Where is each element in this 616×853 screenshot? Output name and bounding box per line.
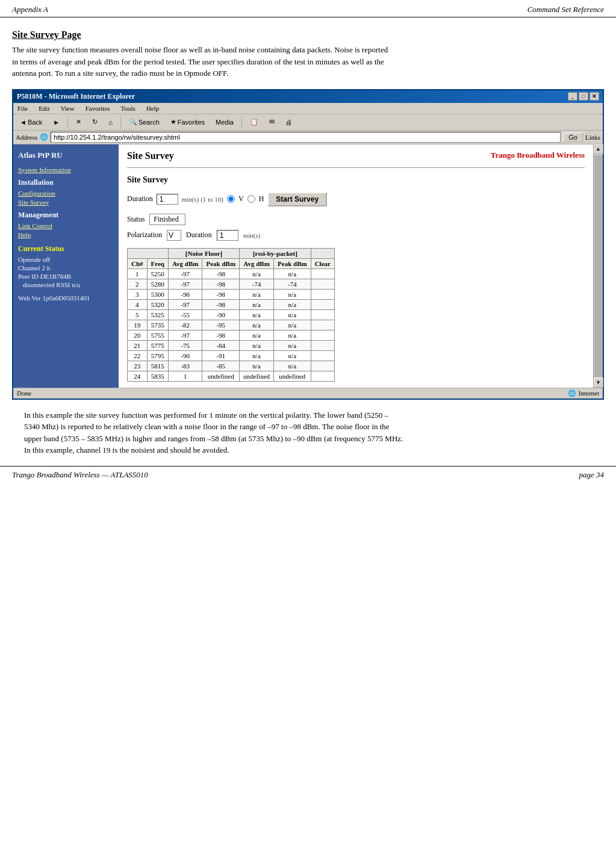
scrollbar[interactable]: ▲ ▼	[593, 144, 603, 388]
maximize-button[interactable]: □	[579, 92, 588, 101]
scroll-down-arrow[interactable]: ▼	[594, 378, 603, 388]
sub-panel-title: Site Survey	[127, 175, 585, 185]
cell-rssi-avg: n/a	[240, 309, 274, 320]
desc-line3: antenna port. To run a site survey, the …	[12, 69, 228, 78]
cell-freq: 5835	[147, 371, 168, 381]
radio-v[interactable]	[227, 195, 235, 203]
menu-edit[interactable]: Edit	[37, 104, 51, 113]
table-row: 23 5815 -83 -85 n/a n/a	[128, 361, 335, 371]
close-button[interactable]: ✕	[590, 92, 599, 101]
pol-label: Polarization	[127, 231, 162, 240]
menu-view[interactable]: View	[58, 104, 76, 113]
duration-input[interactable]	[157, 194, 178, 205]
browser-title: P5010M - Microsoft Internet Explorer	[17, 92, 135, 101]
menu-file[interactable]: File	[16, 104, 30, 113]
cell-peak-dbm: -98	[202, 289, 240, 299]
cell-rssi-avg: -74	[240, 279, 274, 289]
titlebar-buttons: _ □ ✕	[568, 92, 599, 101]
duration-hint: min(s) (1 to 10)	[182, 196, 223, 203]
sidebar-title: Atlas PtP RU	[18, 150, 114, 160]
menu-tools[interactable]: Tools	[119, 104, 137, 113]
page-icon: 🌐	[40, 133, 48, 141]
address-input[interactable]	[51, 132, 561, 143]
cell-freq: 5775	[147, 340, 168, 350]
cell-freq: 5815	[147, 361, 168, 371]
cell-clear	[311, 309, 334, 320]
cell-avg-dbm: -75	[168, 340, 202, 350]
col-clear: Clear	[311, 258, 334, 268]
col-avg-dbm: Avg dBm	[168, 258, 202, 268]
cell-ch: 22	[128, 350, 148, 361]
cell-rssi-peak: n/a	[274, 320, 311, 330]
media-button[interactable]: Media	[211, 117, 238, 128]
mail-button[interactable]: ✉	[265, 116, 279, 128]
search-button[interactable]: 🔍 Search	[125, 116, 164, 128]
back-button[interactable]: ◄ Back	[16, 117, 46, 128]
survey-table-container: [Noise Floor] [rssi-by-packet] Ch# Freq …	[127, 248, 585, 382]
pol-input[interactable]	[167, 230, 181, 241]
dur2-label: Duration	[186, 231, 212, 240]
cell-clear	[311, 340, 334, 350]
forward-button[interactable]: ►	[49, 117, 64, 128]
sidebar-site-survey-link[interactable]: Site Survey	[18, 199, 114, 206]
cell-peak-dbm: -85	[202, 361, 240, 371]
print-button[interactable]: 🖨	[281, 117, 296, 128]
sidebar-installation-section: Installation Configuration Site Survey	[18, 178, 114, 206]
cell-avg-dbm: -82	[168, 320, 202, 330]
stop-button[interactable]: ✕	[72, 116, 86, 128]
links-label: Links	[585, 134, 600, 141]
favorites-button[interactable]: ★ Favorites	[166, 116, 209, 128]
cell-rssi-peak: n/a	[274, 350, 311, 361]
col-peak-dbm: Peak dBm	[202, 258, 240, 268]
cell-rssi-peak: n/a	[274, 268, 311, 279]
sidebar-current-status-title: Current Status	[18, 244, 114, 253]
sidebar-disconnected: disonnected RSSI n/a	[23, 281, 114, 288]
home-button[interactable]: ⌂	[104, 117, 117, 128]
cell-avg-dbm: -97	[168, 299, 202, 309]
cell-peak-dbm: -98	[202, 279, 240, 289]
start-survey-button[interactable]: Start Survey	[267, 192, 327, 206]
cell-peak-dbm: -91	[202, 350, 240, 361]
menu-help[interactable]: Help	[145, 104, 161, 113]
cell-clear	[311, 279, 334, 289]
sidebar: Atlas PtP RU System Information Installa…	[13, 144, 119, 388]
empty-header	[128, 248, 169, 258]
sidebar-channel: Channel 2 h	[18, 264, 114, 271]
cell-freq: 5320	[147, 299, 168, 309]
cell-ch: 20	[128, 330, 148, 340]
cell-ch: 2	[128, 279, 148, 289]
desc-line1: The site survey function measures overal…	[12, 45, 388, 54]
scroll-thumb[interactable]	[594, 155, 603, 377]
sidebar-configuration-link[interactable]: Configuration	[18, 190, 114, 197]
body-line4: In this example, channel 19 is the noisi…	[24, 445, 229, 454]
browser-statusbar: Done 🌐 Internet	[13, 388, 603, 399]
cell-avg-dbm: -55	[168, 309, 202, 320]
panel-divider	[127, 167, 585, 168]
cell-freq: 5735	[147, 320, 168, 330]
minimize-button[interactable]: _	[568, 92, 577, 101]
cell-freq: 5755	[147, 330, 168, 340]
section-title: Site Survey Page	[12, 29, 604, 40]
cell-ch: 21	[128, 340, 148, 350]
sidebar-status-section: Current Status Opmode off Channel 2 h Pe…	[18, 244, 114, 302]
history-button[interactable]: 📋	[246, 116, 263, 128]
sidebar-link-control[interactable]: Link Control	[18, 222, 114, 229]
radio-h[interactable]	[247, 195, 255, 203]
browser-window: P5010M - Microsoft Internet Explorer _ □…	[12, 89, 604, 400]
dur2-input[interactable]	[217, 230, 238, 241]
sidebar-help-link[interactable]: Help	[18, 231, 114, 238]
rssi-header: [rssi-by-packet]	[240, 248, 311, 258]
sidebar-system-info[interactable]: System Information	[18, 166, 114, 173]
browser-toolbar: ◄ Back ► ✕ ↻ ⌂ 🔍 Search ★ Favorites Medi…	[13, 114, 603, 131]
cell-ch: 4	[128, 299, 148, 309]
cell-rssi-peak: n/a	[274, 309, 311, 320]
main-content: Site Survey Page The site survey functio…	[0, 17, 616, 456]
cell-ch: 23	[128, 361, 148, 371]
menu-favorites[interactable]: Favorites	[84, 104, 112, 113]
cell-rssi-peak: n/a	[274, 361, 311, 371]
body-line1: In this example the site survey function…	[24, 411, 388, 420]
status-row: Status Finished	[127, 214, 585, 225]
refresh-button[interactable]: ↻	[88, 116, 102, 128]
go-button[interactable]: Go	[563, 132, 583, 142]
scroll-up-arrow[interactable]: ▲	[594, 144, 603, 154]
